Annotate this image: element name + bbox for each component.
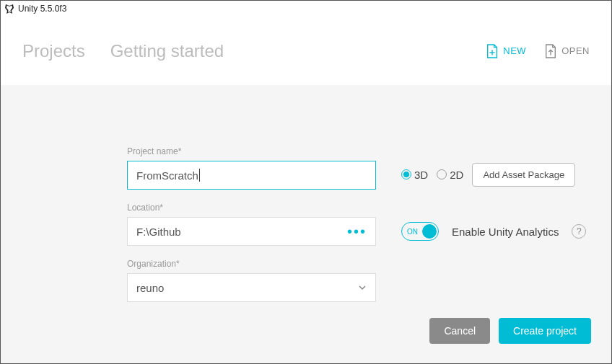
tabs: Projects Getting started	[22, 41, 224, 61]
radio-dot-icon	[401, 169, 411, 179]
project-name-input[interactable]: FromScratch	[127, 161, 376, 190]
cancel-button[interactable]: Cancel	[429, 318, 490, 344]
tab-getting-started[interactable]: Getting started	[110, 41, 224, 61]
header-actions: NEW OPEN	[486, 43, 590, 59]
main-panel: Project name* FromScratch 3D 2D Add Asse…	[1, 85, 611, 364]
unity-logo-icon	[4, 3, 15, 14]
mode-3d-radio[interactable]: 3D	[401, 169, 428, 181]
tab-projects[interactable]: Projects	[22, 41, 85, 61]
analytics-label: Enable Unity Analytics	[452, 226, 559, 238]
location-label: Location*	[127, 203, 376, 213]
window-title: Unity 5.5.0f3	[18, 4, 66, 14]
header: Projects Getting started NEW OPEN	[1, 17, 611, 85]
location-input[interactable]: F:\Github •••	[127, 217, 376, 246]
text-cursor	[199, 169, 200, 182]
toggle-knob-icon	[422, 224, 437, 239]
analytics-toggle[interactable]: ON	[401, 222, 439, 241]
create-project-button[interactable]: Create project	[499, 318, 591, 344]
browse-location-icon[interactable]: •••	[347, 223, 367, 240]
organization-select[interactable]: reuno	[127, 273, 376, 302]
chevron-down-icon	[358, 282, 367, 294]
radio-dot-icon	[437, 169, 447, 179]
titlebar: Unity 5.5.0f3	[1, 1, 611, 17]
add-asset-package-button[interactable]: Add Asset Package	[472, 163, 575, 187]
organization-label: Organization*	[127, 259, 376, 269]
open-button[interactable]: OPEN	[544, 43, 590, 59]
new-file-icon	[486, 43, 499, 59]
footer-buttons: Cancel Create project	[429, 318, 591, 344]
open-file-icon	[544, 43, 557, 59]
new-button[interactable]: NEW	[486, 43, 526, 59]
help-icon[interactable]: ?	[572, 224, 586, 239]
project-name-label: Project name*	[127, 146, 376, 156]
mode-2d-radio[interactable]: 2D	[437, 169, 463, 181]
